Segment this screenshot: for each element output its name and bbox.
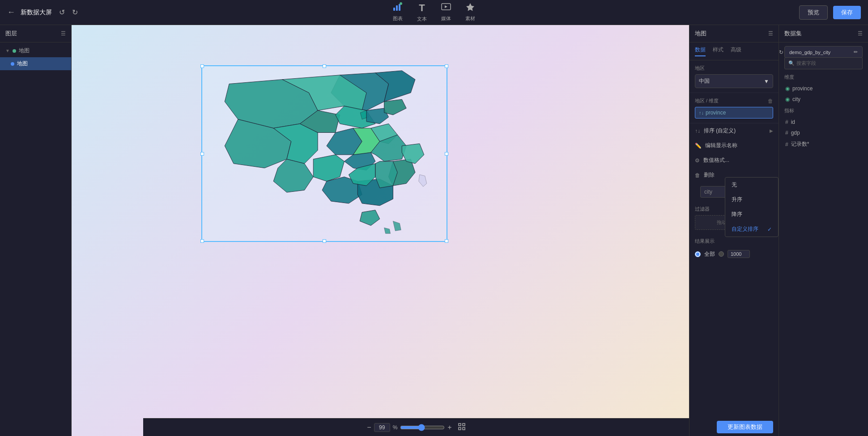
text-icon: T: [419, 2, 425, 14]
resize-handle-tc[interactable]: [323, 64, 326, 68]
tab-advanced[interactable]: 高级: [731, 46, 741, 56]
edit-icon: ✏️: [695, 143, 702, 149]
sort-icon-left: ↑↓: [695, 128, 700, 134]
city-field-value: city: [704, 189, 712, 195]
china-map-svg: [202, 66, 447, 241]
data-panel: 数据集 ☰ demo_gdp_by_city ✏ ↻ 🔍 搜索字段 维度 ◉ p…: [779, 25, 868, 436]
results-label: 结果展示: [695, 238, 715, 245]
resize-handle-ml[interactable]: [200, 152, 204, 156]
sort-icon: ↑↓: [699, 110, 704, 115]
region-dropdown-icon: ▼: [764, 78, 769, 85]
redo-button[interactable]: ↻: [70, 6, 80, 18]
field-item-province[interactable]: ◉ province: [779, 83, 868, 94]
layer-arrow-icon: ▼: [5, 48, 10, 53]
format-icon: ⚙: [695, 157, 700, 164]
edit-display-name-item[interactable]: ✏️ 编辑显示名称: [689, 138, 779, 153]
results-all-radio[interactable]: [695, 251, 701, 257]
format-value-label: 数值格式...: [703, 157, 729, 164]
results-count-input[interactable]: [728, 250, 750, 258]
preview-button[interactable]: 预览: [799, 5, 828, 20]
province-field-label: province: [792, 85, 813, 92]
zoom-controls: − 99 % +: [367, 423, 465, 432]
resize-handle-bc[interactable]: [323, 239, 326, 243]
sort-option-custom[interactable]: 自定义排序 ✓: [725, 222, 778, 237]
zoom-value[interactable]: 99: [374, 423, 390, 432]
topbar-left: ← 新数据大屏 ↺ ↻: [7, 6, 80, 18]
field-item-gdp[interactable]: # gdp: [779, 127, 868, 138]
sort-section[interactable]: ↑↓ 排序 (自定义) ▶: [689, 123, 779, 138]
canvas-area[interactable]: − 99 % +: [72, 25, 689, 436]
field-item-count[interactable]: # 记录数*: [779, 138, 868, 150]
layers-menu-icon[interactable]: ☰: [61, 30, 66, 37]
chart-icon: [393, 2, 403, 13]
undo-redo-group: ↺ ↻: [57, 6, 80, 18]
count-field-label: 记录数*: [791, 140, 809, 148]
tab-style[interactable]: 样式: [713, 46, 723, 56]
toolbar-media-label: 媒体: [441, 15, 451, 22]
region-value: 中国: [699, 77, 710, 85]
toolbar-material[interactable]: 素材: [465, 2, 475, 22]
format-value-item[interactable]: ⚙ 数值格式...: [689, 153, 779, 168]
filter-label: 过滤器: [695, 206, 710, 212]
resize-handle-bl[interactable]: [200, 239, 204, 243]
resize-handle-tr[interactable]: [445, 64, 448, 68]
map-panel-menu-icon[interactable]: ☰: [768, 30, 773, 37]
city-icon: ◉: [785, 96, 790, 102]
province-field[interactable]: ↑↓ province: [695, 107, 773, 119]
toolbar-material-label: 素材: [465, 15, 475, 22]
layer-item-map[interactable]: 地图: [0, 57, 71, 70]
field-item-id[interactable]: # id: [779, 117, 868, 127]
svg-rect-9: [463, 428, 465, 430]
resize-handle-mr[interactable]: [445, 152, 448, 156]
update-chart-button[interactable]: 更新图表数据: [717, 421, 773, 433]
svg-rect-0: [393, 8, 395, 11]
layer-dot-green: [13, 49, 16, 53]
toolbar-text[interactable]: T 文本: [417, 2, 427, 22]
sort-option-desc[interactable]: 降序: [725, 207, 778, 222]
data-panel-header: 数据集 ☰: [779, 25, 868, 42]
topbar-toolbar: 图表 T 文本 媒体 素材: [393, 2, 475, 22]
material-icon: [465, 2, 475, 13]
datasource-refresh-icon[interactable]: ↻: [779, 49, 863, 55]
results-radio-2[interactable]: [719, 251, 724, 257]
zoom-in-icon[interactable]: +: [447, 423, 451, 432]
fit-screen-icon[interactable]: [458, 423, 465, 432]
sort-asc-label: 升序: [732, 196, 742, 203]
region-label: 地区: [695, 65, 773, 72]
province-icon: ◉: [785, 85, 790, 92]
zoom-out-icon[interactable]: −: [367, 423, 371, 432]
data-panel-menu-icon[interactable]: ☰: [858, 30, 863, 37]
save-button[interactable]: 保存: [833, 6, 861, 19]
resize-handle-tl[interactable]: [200, 64, 204, 68]
svg-rect-8: [459, 428, 461, 430]
toolbar-chart[interactable]: 图表: [393, 2, 403, 22]
id-field-label: id: [791, 119, 795, 125]
layer-item-map-group[interactable]: ▼ 地图: [0, 44, 71, 57]
delete-label: 删除: [704, 171, 715, 179]
search-icon: 🔍: [788, 60, 795, 66]
id-hash-icon: #: [785, 119, 788, 125]
layers-header: 图层 ☰: [0, 25, 71, 42]
field-item-city[interactable]: ◉ city: [779, 94, 868, 105]
sort-option-asc[interactable]: 升序: [725, 192, 778, 207]
dimension-delete-icon[interactable]: 🗑: [768, 98, 773, 104]
toolbar-chart-label: 图表: [393, 15, 403, 22]
topbar-actions: 预览 保存: [799, 5, 861, 20]
resize-handle-br[interactable]: [445, 239, 448, 243]
region-select[interactable]: 中国 ▼: [695, 74, 773, 88]
indicator-section-label: 指标: [779, 105, 868, 117]
edit-display-name-label: 编辑显示名称: [705, 142, 737, 149]
svg-rect-7: [463, 423, 465, 426]
sort-expand-icon: ▶: [770, 128, 773, 133]
tab-data[interactable]: 数据: [695, 46, 706, 56]
map-chart-container[interactable]: [201, 65, 447, 242]
undo-button[interactable]: ↺: [57, 6, 67, 18]
city-field-label: city: [792, 96, 800, 102]
gdp-field-label: gdp: [791, 130, 800, 136]
map-settings-panel: 地图 ☰ 数据 样式 高级 地区 中国 ▼ 地区 / 维度 🗑 ↑↓ provi…: [689, 25, 779, 436]
toolbar-media[interactable]: 媒体: [441, 2, 451, 22]
zoom-slider[interactable]: [400, 424, 445, 431]
sort-option-none[interactable]: 无: [725, 178, 778, 192]
dimension-label: 地区 / 维度: [695, 97, 719, 104]
back-button[interactable]: ←: [7, 8, 15, 17]
